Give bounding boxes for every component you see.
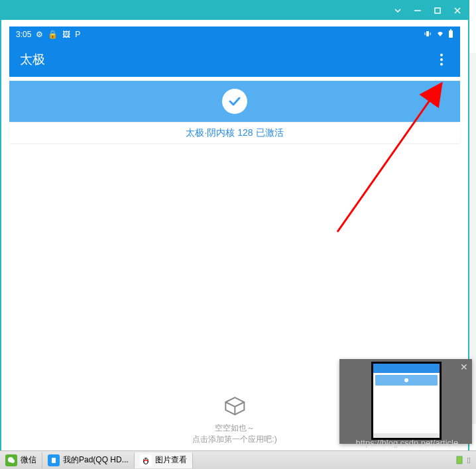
taskbar-label: 微信 <box>21 454 36 466</box>
svg-point-13 <box>144 458 145 460</box>
status-top <box>9 81 460 122</box>
status-text: 太极·阴内核 128 已激活 <box>9 122 460 143</box>
lock-icon: 🔒 <box>48 30 58 39</box>
chevron-down-icon[interactable] <box>392 5 403 16</box>
wifi-icon <box>436 29 445 40</box>
minimize-icon[interactable] <box>412 5 423 16</box>
empty-line2: 点击添加第一个应用吧:) <box>192 434 276 445</box>
tray-network-icon: ▯ <box>467 456 471 464</box>
maximize-icon[interactable] <box>432 5 443 16</box>
taskbar-label: 图片查看 <box>155 454 187 466</box>
svg-point-9 <box>11 459 15 463</box>
svg-point-14 <box>146 458 147 460</box>
app-title: 太极 <box>20 51 45 68</box>
svg-rect-2 <box>426 31 429 36</box>
battery-icon <box>448 29 453 40</box>
taskbar-tray: ▯ <box>451 451 476 469</box>
thumbnail-close-icon[interactable]: ✕ <box>460 362 468 372</box>
svg-rect-1 <box>435 8 440 13</box>
thumbnail-overlay: ✕ <box>339 359 472 444</box>
checkmark-circle-icon <box>222 89 247 114</box>
svg-rect-16 <box>457 456 462 464</box>
svg-rect-10 <box>52 458 56 463</box>
qq-penguin-icon <box>140 454 152 466</box>
thumbnail-preview[interactable] <box>371 362 442 440</box>
svg-rect-15 <box>143 460 149 461</box>
taskbar-item-viewer[interactable]: 图片查看 <box>135 452 193 468</box>
tablet-icon <box>48 454 60 466</box>
status-time: 3:05 <box>16 30 31 39</box>
svg-rect-6 <box>450 29 451 30</box>
taskbar-item-wechat[interactable]: 微信 <box>0 452 42 468</box>
taskbar-item-pad[interactable]: 我的Pad(QQ HD... <box>42 452 135 468</box>
gear-icon: ⚙ <box>36 30 43 39</box>
app-header: 太极 <box>9 42 460 77</box>
p-icon: P <box>75 30 80 39</box>
more-vert-icon[interactable] <box>434 52 449 68</box>
close-icon[interactable] <box>452 5 463 16</box>
taskbar-label: 我的Pad(QQ HD... <box>63 454 129 466</box>
status-card[interactable]: 太极·阴内核 128 已激活 <box>9 81 460 143</box>
picture-icon: 🖼 <box>62 30 70 39</box>
empty-line1: 空空如也～ <box>192 423 276 434</box>
vibrate-icon <box>423 29 432 40</box>
wechat-icon <box>5 454 17 466</box>
windows-taskbar: 微信 我的Pad(QQ HD... 图片查看 ▯ <box>0 450 476 469</box>
svg-rect-5 <box>449 30 453 38</box>
empty-state: 空空如也～ 点击添加第一个应用吧:) <box>192 393 276 445</box>
tray-battery-icon <box>456 455 463 466</box>
window-titlebar <box>1 1 468 20</box>
android-statusbar: 3:05 ⚙ 🔒 🖼 P <box>9 26 460 42</box>
empty-box-icon <box>222 393 247 419</box>
